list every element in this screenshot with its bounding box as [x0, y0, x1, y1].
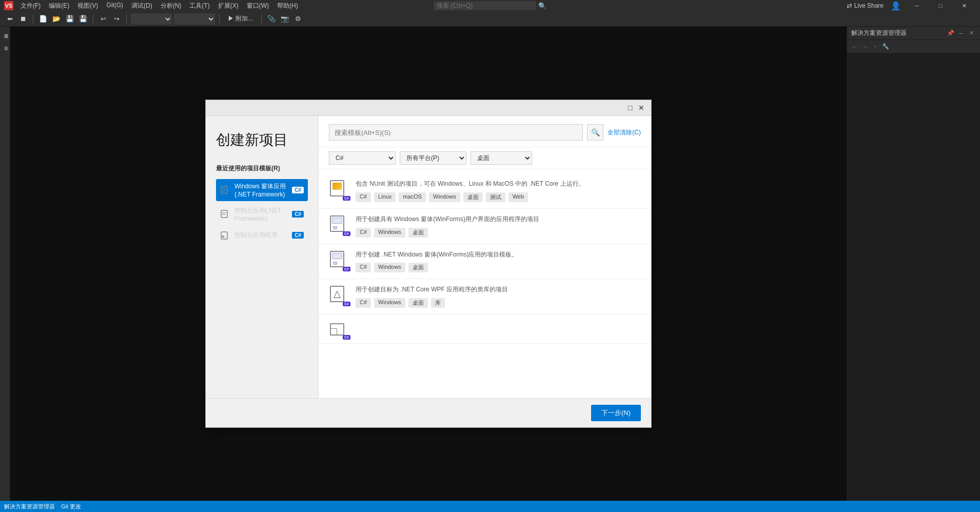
rp-back-button[interactable]: ← [850, 42, 859, 51]
sidebar-item-resources[interactable]: 资源管理器 [1, 29, 9, 33]
dialog-close-button[interactable]: ✕ [636, 102, 647, 113]
platform-filter[interactable]: 所有平台(P) [400, 151, 466, 165]
title-bar-left: VS 文件(F) 编辑(E) 视图(V) Git(G) 调试(D) 分析(N) … [4, 1, 302, 11]
svg-marker-9 [334, 291, 340, 298]
rp-close-button[interactable]: ✕ [967, 29, 976, 38]
run-button[interactable]: ▶ 附加... [224, 13, 257, 24]
menu-debug[interactable]: 调试(D) [127, 1, 156, 11]
dialog-header: □ ✕ [206, 100, 651, 116]
menu-tools[interactable]: 工具(T) [185, 1, 213, 11]
recent-item-name-2: 控制台应用程序 [234, 231, 288, 240]
template-tags-2: C# Windows 桌面 [356, 263, 641, 272]
right-panel-title: 解决方案资源管理器 [851, 29, 907, 37]
tag-0-5: 测试 [486, 192, 505, 202]
status-git[interactable]: Git 更改 [61, 503, 81, 510]
minimize-button[interactable]: ─ [905, 0, 929, 11]
window-controls: ─ □ ✕ [905, 0, 976, 11]
rp-forward-button[interactable]: → [860, 42, 870, 51]
menu-help[interactable]: 帮助(H) [273, 1, 302, 11]
menu-git[interactable]: Git(G) [102, 1, 127, 11]
create-project-dialog: □ ✕ 创建新项目 最近使用的项目模板(R) [205, 100, 652, 428]
toolbar-attach[interactable]: 📎 [266, 13, 277, 25]
tag-0-4: 桌面 [463, 192, 483, 202]
content-area: □ ✕ 创建新项目 最近使用的项目模板(R) [10, 27, 847, 501]
template-item-0[interactable]: C# 包含 NUnit 测试的项目，可在 Windows、Linux 和 Mac… [319, 173, 651, 209]
type-filter[interactable]: 桌面 [471, 151, 532, 165]
toolbar-sep-2 [93, 14, 93, 24]
tag-0-2: macOS [399, 192, 426, 202]
toolbar-new[interactable]: 📄 [37, 13, 49, 25]
dialog-maximize-button[interactable]: □ [624, 102, 636, 113]
menu-analyze[interactable]: 分析(N) [156, 1, 186, 11]
toolbar-redo[interactable]: ↪ [111, 13, 122, 25]
template-item-2[interactable]: C# 用于创建 .NET Windows 窗体(WinForms)应用的项目模板… [319, 244, 651, 280]
template-info-2: 用于创建 .NET Windows 窗体(WinForms)应用的项目模板。 C… [356, 250, 641, 273]
dialog-search-button[interactable]: 🔍 [587, 124, 603, 141]
rp-wrench-button[interactable]: 🔧 [881, 42, 890, 51]
menu-file[interactable]: 文件(F) [16, 1, 45, 11]
maximize-button[interactable]: □ [929, 0, 952, 11]
dialog-search-input[interactable] [329, 124, 583, 141]
rp-up-button[interactable]: ↑ [871, 42, 880, 51]
title-bar: VS 文件(F) 编辑(E) 视图(V) Git(G) 调试(D) 分析(N) … [0, 0, 980, 11]
status-left: 解决方案资源管理器 Git 更改 [4, 503, 81, 510]
toolbar-open[interactable]: 📂 [51, 13, 62, 25]
account-icon[interactable]: 👤 [891, 1, 901, 11]
menu-extensions[interactable]: 扩展(X) [214, 1, 243, 11]
sidebar-item-tools[interactable]: 工具箱 [1, 41, 9, 45]
next-button[interactable]: 下一步(N) [591, 405, 641, 421]
template-item-3[interactable]: C# 用于创建目标为 .NET Core WPF 应用程序的类库的项目 C# W… [319, 279, 651, 314]
title-bar-right: ⇄ Live Share 👤 ─ □ ✕ [844, 0, 976, 11]
toolbar-save[interactable]: 💾 [64, 13, 75, 25]
toolbar-forward[interactable]: ⏹ [17, 13, 29, 25]
toolbar-settings[interactable]: ⚙ [292, 13, 304, 25]
template-list: C# 包含 NUnit 测试的项目，可在 Windows、Linux 和 Mac… [319, 169, 651, 398]
language-filter[interactable]: C# [329, 151, 396, 165]
recent-item-1[interactable]: 控制台应用(.NET Framework) C# [216, 203, 308, 225]
recent-label: 最近使用的项目模板(R) [216, 164, 308, 173]
dialog-left-panel: 创建新项目 最近使用的项目模板(R) W [206, 116, 319, 398]
right-panel-toolbar: ← → ↑ 🔧 [847, 40, 980, 53]
config-dropdown[interactable] [131, 13, 172, 25]
dialog-footer: 下一步(N) [206, 398, 651, 427]
clear-all-button[interactable]: 全部清除(C) [607, 128, 641, 137]
toolbar-back[interactable]: ⬅ [4, 13, 15, 25]
rp-minimize-button[interactable]: ─ [956, 29, 966, 38]
toolbar-undo[interactable]: ↩ [97, 13, 109, 25]
template-item-1[interactable]: C# 用于创建具有 Windows 窗体(WinForms)用户界面的应用程序的… [319, 209, 651, 244]
status-solution-explorer[interactable]: 解决方案资源管理器 [4, 503, 55, 510]
vs-logo: VS [4, 1, 13, 10]
tag-1-0: C# [356, 228, 371, 238]
right-panel-header: 解决方案资源管理器 📌 ─ ✕ [847, 27, 980, 40]
recent-item-name-1: 控制台应用(.NET Framework) [234, 206, 288, 222]
toolbar-sep-4 [219, 14, 220, 24]
recent-badge-1: C# [292, 211, 304, 218]
live-share-button[interactable]: ⇄ Live Share [844, 1, 887, 11]
recent-item-2[interactable]: ▶ 控制台应用程序 C# [216, 227, 308, 244]
dialog-search-area: 🔍 全部清除(C) [319, 116, 651, 147]
template-icon-1: C# [329, 215, 349, 235]
dialog-overlay: □ ✕ 创建新项目 最近使用的项目模板(R) [10, 27, 847, 501]
recent-item-icon-2: ▶ [220, 230, 230, 241]
recent-item-0[interactable]: Windows 窗体应用 (.NET Framework) C# [216, 179, 308, 201]
search-input[interactable] [434, 1, 536, 10]
tag-1-1: Windows [374, 228, 405, 238]
recent-item-icon-1 [220, 209, 230, 219]
dialog-body: 创建新项目 最近使用的项目模板(R) W [206, 116, 651, 398]
tag-0-3: Windows [429, 192, 460, 202]
menu-bar: 文件(F) 编辑(E) 视图(V) Git(G) 调试(D) 分析(N) 工具(… [16, 1, 302, 11]
tag-2-1: Windows [374, 263, 405, 272]
platform-dropdown[interactable] [174, 13, 215, 25]
menu-edit[interactable]: 编辑(E) [45, 1, 73, 11]
toolbar-saveall[interactable]: 💾 [77, 13, 89, 25]
menu-window[interactable]: 窗口(W) [243, 1, 273, 11]
template-info-3: 用于创建目标为 .NET Core WPF 应用程序的类库的项目 C# Wind… [356, 285, 641, 308]
rp-pin-button[interactable]: 📌 [946, 29, 955, 38]
toolbar-camera[interactable]: 📷 [279, 13, 290, 25]
menu-view[interactable]: 视图(V) [73, 1, 102, 11]
close-button[interactable]: ✕ [952, 0, 976, 11]
template-tags-1: C# Windows 桌面 [356, 228, 641, 238]
template-item-4[interactable]: C# [319, 314, 651, 344]
template-icon-0: C# [329, 180, 349, 200]
tag-1-2: 桌面 [408, 228, 428, 238]
